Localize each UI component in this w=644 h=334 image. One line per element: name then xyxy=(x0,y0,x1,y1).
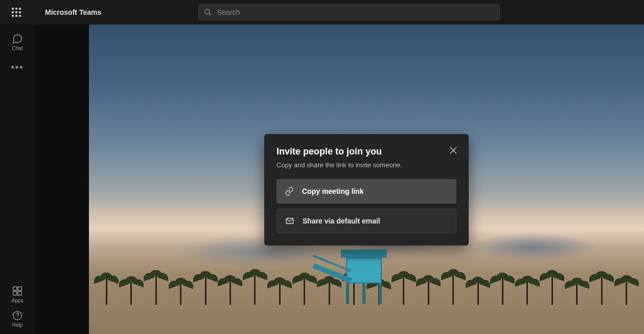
svg-point-7 xyxy=(17,317,17,318)
copy-link-label: Copy meeting link xyxy=(302,187,364,195)
app-launcher-icon[interactable] xyxy=(10,6,22,18)
svg-rect-4 xyxy=(13,291,17,295)
mail-icon xyxy=(285,216,294,226)
link-icon xyxy=(285,187,294,196)
chat-icon xyxy=(12,33,23,44)
nav-help-label: Help xyxy=(12,322,23,328)
share-via-email-button[interactable]: Share via default email xyxy=(277,209,456,233)
svg-point-0 xyxy=(205,9,210,14)
nav-help[interactable]: Help xyxy=(0,306,35,331)
secondary-panel xyxy=(35,25,89,334)
apps-icon xyxy=(12,285,23,297)
svg-rect-2 xyxy=(13,286,17,290)
nav-more[interactable]: ••• xyxy=(0,57,35,78)
app-title: Microsoft Teams xyxy=(45,8,101,16)
search-icon xyxy=(204,8,212,16)
main-content: Invite people to join you Copy and share… xyxy=(89,25,644,334)
nav-chat-label: Chat xyxy=(12,46,22,51)
share-email-label: Share via default email xyxy=(303,217,380,225)
svg-rect-5 xyxy=(18,291,21,295)
nav-chat[interactable]: Chat xyxy=(0,30,35,54)
svg-rect-3 xyxy=(18,286,21,290)
nav-apps[interactable]: Apps xyxy=(0,282,35,306)
help-icon xyxy=(12,310,23,321)
copy-meeting-link-button[interactable]: Copy meeting link xyxy=(277,179,456,204)
dialog-subtitle: Copy and share the link to invite someon… xyxy=(277,161,456,169)
close-icon xyxy=(450,147,457,154)
svg-line-1 xyxy=(209,13,211,15)
app-header: Microsoft Teams xyxy=(0,0,644,25)
close-button[interactable] xyxy=(447,144,459,157)
beach-hut-graphic xyxy=(346,250,387,304)
dialog-title: Invite people to join you xyxy=(277,146,456,157)
nav-apps-label: Apps xyxy=(12,298,24,303)
invite-dialog: Invite people to join you Copy and share… xyxy=(264,134,469,246)
nav-rail: Chat ••• Apps Help xyxy=(0,25,35,334)
ellipsis-icon: ••• xyxy=(11,62,24,73)
search-input[interactable] xyxy=(217,8,494,16)
search-box[interactable] xyxy=(198,4,500,20)
